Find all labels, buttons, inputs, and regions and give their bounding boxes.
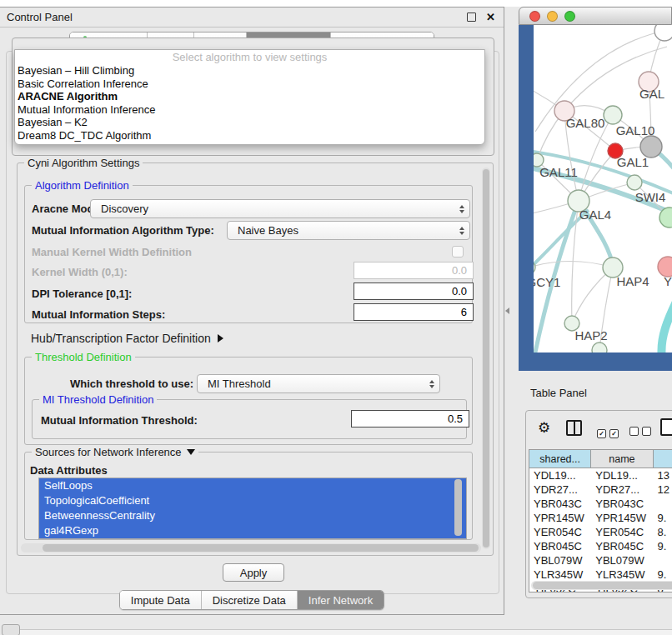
tab-impute-data[interactable]: Impute Data [120, 591, 201, 609]
network-node-gal10[interactable] [604, 106, 622, 124]
settings-vertical-scrollbar[interactable] [482, 168, 490, 549]
panel-splitter-handle[interactable] [505, 308, 509, 314]
network-node[interactable] [592, 342, 607, 352]
network-edge[interactable] [661, 293, 672, 352]
application-window: Control Panel ✕ NetworkStyleSelectCyni T… [0, 0, 672, 635]
table-cell [654, 553, 672, 568]
algorithm-option-aracne-algorithm[interactable]: ARACNE Algorithm [15, 90, 484, 103]
table-cell: YBL079W [591, 553, 653, 568]
table-cell: 12 [654, 482, 672, 497]
cyni-algorithm-settings-group: Cyni Algorithm Settings Algorithm Defini… [17, 162, 494, 556]
node-label-gal4: GAL4 [579, 208, 611, 222]
sources-group-title[interactable]: Sources for Network Inference [32, 446, 198, 458]
table-row[interactable]: YLR345WYLR345W9. [529, 568, 672, 582]
threshold-definition-title: Threshold Definition [32, 351, 135, 363]
mi-threshold-group-title: MI Threshold Definition [39, 393, 157, 406]
mi-threshold-input[interactable] [351, 410, 469, 428]
algorithm-option-mutual-information-inference[interactable]: Mutual Information Inference [15, 103, 484, 117]
table-cell: YDR27... [591, 482, 653, 497]
node-label-hap2: HAP2 [574, 328, 607, 342]
network-node[interactable] [654, 25, 672, 41]
attribute-item-gal4rgexp[interactable]: gal4RGexp [39, 523, 466, 538]
table-horizontal-scrollbar[interactable] [531, 581, 672, 590]
algorithm-option-dream8-dc-tdc-algorithm[interactable]: Dream8 DC_TDC Algorithm [15, 129, 484, 142]
columns-icon[interactable] [566, 420, 582, 436]
data-attributes-list[interactable]: SelfLoopsTopologicalCoefficientBetweenne… [38, 478, 467, 539]
float-window-icon[interactable] [467, 12, 476, 22]
select-all-columns-icon[interactable]: ✓✓ [597, 424, 622, 439]
table-cell: 9. [654, 568, 672, 582]
table-row[interactable]: YDR27...YDR27...12 [529, 482, 672, 497]
table-row[interactable]: YER054CYER054C8. [529, 525, 672, 539]
attributes-scrollbar[interactable] [454, 478, 462, 537]
table-cell: YBR043C [529, 497, 591, 511]
mac-close-button[interactable] [529, 11, 540, 22]
kernel-width-input[interactable] [354, 262, 474, 279]
close-icon[interactable]: ✕ [486, 12, 495, 22]
combo-stepper-icon [429, 375, 434, 392]
table-row[interactable]: YBR043CYBR043C [529, 497, 672, 511]
expand-right-icon [218, 334, 223, 342]
table-cell: YBR043C [591, 497, 653, 511]
settings-horizontal-scrollbar[interactable] [21, 543, 481, 552]
tab-label: Discretize Data [213, 594, 286, 607]
deselect-all-columns-icon[interactable] [629, 424, 654, 439]
attribute-item-selfloops[interactable]: SelfLoops [39, 478, 466, 493]
collapse-down-icon [187, 449, 195, 455]
table-row[interactable]: YDL19...YDL19...13 [529, 468, 672, 482]
table-cell: YDL19... [591, 468, 653, 482]
scrollbar-thumb[interactable] [43, 544, 479, 552]
mi-algorithm-type-value: Naive Bayes [238, 224, 298, 237]
network-window-titlebar[interactable] [519, 7, 672, 25]
table-cell: YBR045C [529, 539, 591, 553]
node-label-gal10: GAL10 [616, 123, 655, 138]
collapsed-panel-button[interactable] [2, 624, 20, 635]
hub-definition-toggle[interactable]: Hub/Transcription Factor Definition [31, 332, 223, 345]
algorithm-option-bayesian-k2[interactable]: Bayesian – K2 [15, 116, 484, 129]
table-row[interactable]: YPR145WYPR145W9. [529, 511, 672, 525]
manual-kernel-width-label: Manual Kernel Width Definition [32, 246, 192, 258]
table-row[interactable]: YBR045CYBR045C9. [529, 539, 672, 553]
table-cell [654, 497, 672, 511]
settings-group-title: Cyni Algorithm Settings [24, 157, 143, 169]
mi-steps-input[interactable] [354, 303, 474, 321]
scrollbar-thumb[interactable] [533, 582, 672, 589]
aracne-mode-value: Discovery [101, 202, 148, 215]
which-threshold-select[interactable]: MI Threshold [197, 374, 440, 393]
node-label-gal80: GAL80 [566, 116, 605, 130]
dpi-tolerance-input[interactable] [354, 282, 474, 300]
table-row[interactable]: YBL079WYBL079W [529, 553, 672, 568]
scrollbar-thumb[interactable] [483, 169, 489, 548]
attribute-item-betweennesscentrality[interactable]: BetweennessCentrality [39, 508, 466, 523]
network-window-frame: GALGAL80GAL10GAL1GAL11SWI4GAL4GCY1HAP4YH… [519, 25, 672, 371]
data-attributes-label: Data Attributes [30, 464, 108, 477]
scrollbar-thumb[interactable] [454, 479, 462, 536]
manual-kernel-width-checkbox[interactable] [452, 246, 464, 258]
algorithm-option-list: Bayesian – Hill ClimbingBasic Correlatio… [15, 64, 484, 142]
network-canvas[interactable]: GALGAL80GAL10GAL1GAL11SWI4GAL4GCY1HAP4YH… [534, 25, 672, 352]
column-header-name[interactable]: name [591, 450, 653, 468]
mac-minimize-button[interactable] [547, 11, 558, 22]
export-table-icon[interactable] [660, 418, 672, 436]
algorithm-definition-title: Algorithm Definition [32, 179, 133, 192]
column-header-a[interactable]: A [654, 450, 672, 468]
network-node-gal1[interactable] [627, 175, 642, 190]
mi-threshold-label: Mutual Information Threshold: [41, 414, 198, 427]
gear-icon[interactable]: ⚙ [538, 421, 550, 435]
kernel-width-label: Kernel Width (0,1): [32, 266, 128, 278]
mi-algorithm-type-select[interactable]: Naive Bayes [227, 221, 470, 240]
node-label-gal: GAL [639, 87, 664, 101]
mi-steps-label: Mutual Information Steps: [32, 308, 165, 321]
algorithm-option-basic-correlation-inference[interactable]: Basic Correlation Inference [15, 78, 484, 91]
apply-button[interactable]: Apply [223, 563, 284, 582]
mac-zoom-button[interactable] [564, 11, 575, 22]
table-panel: ⚙ ✓✓ shared...nameA YDL19...YDL19...13YD… [525, 410, 672, 598]
control-panel: Control Panel ✕ NetworkStyleSelectCyni T… [0, 7, 504, 615]
column-header-shared[interactable]: shared... [529, 450, 591, 468]
attribute-item-topologicalcoefficient[interactable]: TopologicalCoefficient [39, 493, 466, 508]
mi-threshold-group: MI Threshold Definition Mutual Informati… [32, 399, 467, 439]
algorithm-option-bayesian-hill-climbing[interactable]: Bayesian – Hill Climbing [15, 64, 484, 78]
tab-discretize-data[interactable]: Discretize Data [201, 591, 297, 609]
aracne-mode-select[interactable]: Discovery [90, 199, 470, 218]
tab-infer-network[interactable]: Infer Network [297, 591, 384, 609]
